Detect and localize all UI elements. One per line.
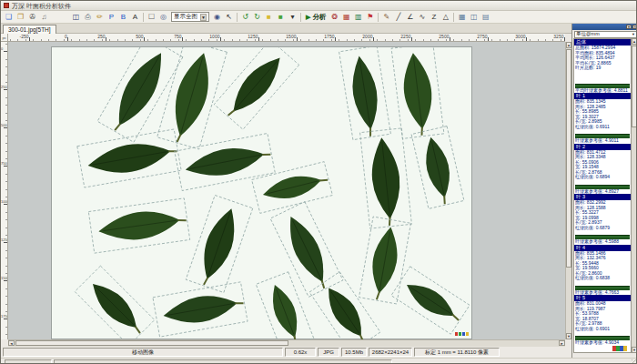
leaf-object[interactable] [186,196,253,293]
image-tab[interactable]: 300-01.jpg[5TH] [3,25,56,34]
leaf-object[interactable] [175,133,275,190]
leaf-layer [52,47,473,339]
palette-icon[interactable]: ❂ [329,12,340,23]
marker-a-icon[interactable]: A [129,12,141,23]
leaf-object[interactable] [97,47,183,142]
title-bar: 万深 叶面积分析软件 [1,1,637,11]
camera-capture-icon[interactable]: ✇ [26,12,38,23]
print-icon[interactable]: ⎙ [82,12,94,23]
scroll-right-button[interactable]: ► [559,340,565,346]
section-header: 叶 4 [574,245,631,251]
status-file-size: 10.5Mb [341,348,367,357]
panel-scroll-thumb[interactable] [632,46,637,127]
save-icon[interactable]: ◫ [70,12,82,23]
rotate-left-icon[interactable]: ↺ [239,12,251,23]
leaf-object[interactable] [270,202,343,298]
leaf-object[interactable] [256,272,313,339]
horizontal-scroll-thumb[interactable] [15,340,288,346]
leaf-stem [228,109,235,116]
measure-curve-icon[interactable]: ∿ [416,12,428,23]
brand-logo-swatch [623,346,627,351]
scroll-left-button[interactable]: ◄ [8,340,15,346]
leaf-object[interactable] [391,47,444,138]
leaf-shape[interactable] [319,282,370,339]
rotate-right-icon[interactable]: ↻ [251,12,263,23]
progress-cell-main [54,359,392,364]
status-zoom-level: 0.62x [285,348,316,357]
analyze-button[interactable]: ▶分析 [303,12,329,23]
unit-dropdown[interactable]: 单位@mm ▼ [574,31,637,38]
image-surface[interactable] [51,46,472,339]
draw-pencil-icon[interactable]: ✎ [380,12,392,23]
status-bar: 移动图像0.62xJPG10.5Mb2682×2241×24标定 1 mm = … [1,347,571,358]
panel-scrollbar[interactable]: ▲ ▼ [632,38,637,353]
pointer-icon[interactable]: ↖ [223,12,235,23]
open-image-icon[interactable]: ❐ [15,12,26,23]
marker-b-icon[interactable]: B [117,12,129,23]
leaf-object[interactable] [360,128,412,228]
watermark-swatch [455,332,458,336]
magnifier-icon[interactable]: ◎ [157,12,169,23]
zoom-in-icon[interactable]: ◉ [211,12,223,23]
panel-header: ▾ ✕ [572,24,637,30]
panel-close-button[interactable]: ✕ [632,25,637,29]
horizontal-ruler: -250025050075010001250150017502000225025… [8,34,565,42]
measure-zigzag-icon[interactable]: Z [428,12,440,23]
watermark-swatch [466,332,469,336]
leaf-stem [235,302,243,305]
toolbar-separator [237,13,238,22]
swatch-grid-icon[interactable]: ▦ [340,12,352,23]
section-header: 总体 [574,39,631,46]
vertical-scrollbar[interactable]: ▲ ▼ [565,42,571,339]
chlorophyll-value-row: 叶绿素参考值: 4.9034 [574,340,631,346]
color-dropdown-icon[interactable]: ▾ [287,12,298,23]
leaf-object[interactable] [153,282,248,337]
view-mode-dropdown[interactable]: 显示全图▼ [171,12,209,22]
section-header: 叶 2 [574,144,631,150]
leaf-object[interactable] [252,162,333,214]
table-view-icon[interactable]: ▤ [480,12,491,23]
leaf-object[interactable] [339,47,391,140]
resize-grip[interactable] [632,359,637,364]
panel-scroll-down-button[interactable]: ▼ [632,347,637,353]
chart-icon[interactable]: ▥ [352,12,364,23]
measure-polygon-icon[interactable]: △ [440,12,451,23]
marker-p-icon[interactable]: P [106,12,117,23]
horizontal-scrollbar[interactable]: ◄ ► [8,339,565,347]
leaf-object[interactable] [309,272,380,339]
watermark-swatch [459,332,461,336]
panel-scroll-up-button[interactable]: ▲ [632,38,637,45]
sound-icon[interactable]: ♫ [38,12,50,23]
leaf-object[interactable] [157,47,228,149]
app-window: 万深 叶面积分析软件 ❏❐✇♫◫⎙✏PBA☐◎显示全图▼◉↖↺↻■■▾▶分析❂▦… [0,0,637,364]
leaf-object[interactable] [391,267,470,334]
status-tool-hint: 移动图像 [3,348,283,357]
split-view-icon[interactable]: ◫ [468,12,480,23]
toolbar: ❏❐✇♫◫⎙✏PBA☐◎显示全图▼◉↖↺↻■■▾▶分析❂▦▥⚑✎╱∠∿Z△▦◫▤ [1,11,637,24]
edit-pen-icon[interactable]: ✏ [94,12,106,23]
leaf-object[interactable] [411,126,464,209]
leaf-stem [443,196,446,204]
leaf-object[interactable] [77,129,181,187]
leaf-object[interactable] [88,198,189,253]
leaf-stem [115,123,120,131]
new-doc-icon[interactable]: ❏ [3,12,15,23]
fill-yellow-icon[interactable]: ■ [263,12,275,23]
watermark-swatch [462,332,465,336]
measure-angle-icon[interactable]: ∠ [404,12,416,23]
measure-line-icon[interactable]: ╱ [392,12,404,23]
app-icon [4,3,9,8]
panel-pin-button[interactable]: ▾ [626,25,632,29]
flag-icon[interactable]: ⚑ [364,12,376,23]
leaf-object[interactable] [75,266,155,339]
select-region-icon[interactable]: ☐ [146,12,157,23]
leaf-object[interactable] [359,217,411,304]
leaf-object[interactable] [214,47,298,129]
tab-bar: 300-01.jpg[5TH] [1,24,571,34]
window-title: 万深 叶面积分析软件 [12,3,71,9]
grid-view-icon[interactable]: ▦ [456,12,468,23]
fill-green-icon[interactable]: ■ [275,12,287,23]
canvas-area[interactable] [8,42,565,339]
section-header: 叶 1 [574,93,631,99]
unit-dropdown-label: 单位@mm [576,31,600,37]
